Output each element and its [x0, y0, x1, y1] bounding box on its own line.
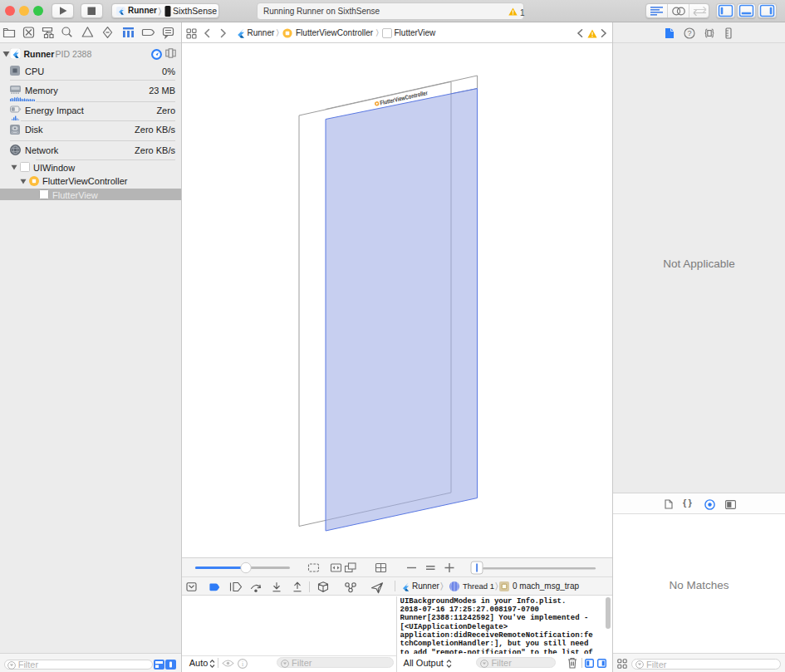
svg-text:i: i — [242, 660, 244, 668]
svg-text:?: ? — [687, 29, 691, 37]
